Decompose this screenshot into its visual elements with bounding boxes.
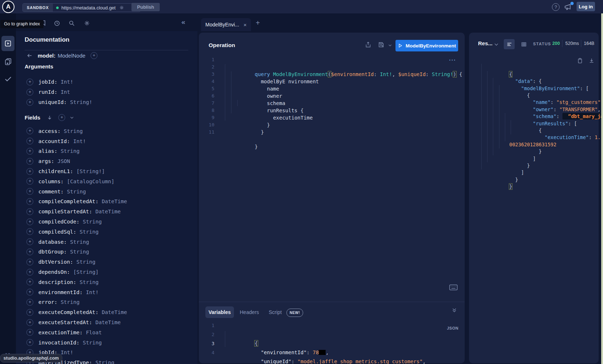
endpoint-settings-gear-icon[interactable] [119,5,125,11]
add-field-icon[interactable]: + [26,208,33,215]
add-field-icon[interactable]: + [26,269,33,276]
field-type-link[interactable]: [String!] [76,168,105,174]
tab-close-icon[interactable]: × [243,22,247,28]
left-rail [0,13,16,364]
add-field-icon[interactable]: + [26,158,33,165]
help-icon[interactable]: ? [552,3,560,11]
new-feature-badge: NEW! [286,309,303,317]
add-field-icon[interactable]: + [26,168,33,175]
more-options-icon[interactable]: ··· [449,57,456,63]
share-icon[interactable] [365,41,372,48]
field-type-link[interactable]: String [67,189,86,194]
add-field-icon[interactable]: + [26,178,33,185]
field-type-link[interactable]: String [95,360,114,364]
field-type-link[interactable]: String [83,219,102,225]
add-field-icon[interactable]: + [26,248,33,255]
save-chevron-down-icon[interactable] [388,43,392,47]
add-field-icon[interactable]: + [26,329,33,336]
argument-type-link[interactable]: Int! [60,79,73,85]
field-name: compileStartedAt: [38,209,92,214]
keyboard-shortcuts-icon[interactable] [449,284,458,290]
field-type-link[interactable]: String [83,340,102,346]
tab-script[interactable]: Script [269,309,282,315]
explorer-settings-gear-icon[interactable] [83,20,91,27]
field-type-link[interactable]: DateTime [102,198,127,204]
endpoint-url-box[interactable]: https://metadata.cloud.get [53,4,140,12]
back-arrow-icon[interactable] [26,53,33,59]
tab-headers[interactable]: Headers [240,309,259,315]
field-type-link[interactable]: String [76,259,95,265]
search-icon[interactable] [68,20,75,27]
add-field-icon[interactable]: + [26,299,33,306]
format-table-toggle[interactable] [518,39,529,49]
add-argument-icon[interactable]: + [26,89,33,96]
save-icon[interactable] [378,41,385,48]
add-field-icon[interactable]: + [26,289,33,296]
fields-chevron-down-icon[interactable] [70,115,74,120]
operation-tab[interactable]: ModelByEnvi... × [201,18,251,31]
add-field-icon[interactable]: + [91,52,97,59]
field-type-link[interactable]: DateTime [95,319,121,325]
login-button[interactable]: Log in [577,2,595,11]
field-type-link[interactable]: Int! [73,138,86,144]
code-line: runResults { [214,92,303,100]
add-all-fields-icon[interactable]: + [58,114,65,121]
field-name: compiledSql: [38,229,76,235]
field-type-link[interactable]: String [80,229,99,235]
apollo-logo[interactable]: A [2,1,14,13]
explorer-nav-button[interactable] [1,36,14,51]
collapse-variables-double-chevron-icon[interactable] [451,307,457,313]
add-field-icon[interactable]: + [26,127,33,134]
add-field-icon[interactable]: + [26,218,33,225]
run-operation-button[interactable]: ModelByEnvironment [395,40,458,51]
add-field-icon[interactable]: + [26,309,33,316]
field-type-link[interactable]: String [64,128,83,134]
field-name: compiledCode: [38,219,80,225]
response-viewer[interactable]: { "data": { "modelByEnvironment": [ [469,57,599,176]
add-argument-icon[interactable]: + [26,99,33,106]
add-field-icon[interactable]: + [26,148,33,155]
add-field-icon[interactable]: + [26,188,33,195]
endpoint-url[interactable]: https://metadata.cloud.get [62,5,119,11]
field-type-link[interactable]: [CatalogColumn] [67,179,114,184]
status-label: STATUS [533,42,551,46]
sort-arrow-down-icon[interactable] [47,115,53,121]
new-tab-icon[interactable]: + [256,19,260,27]
field-type-link[interactable]: Int! [60,350,73,355]
publish-button[interactable]: Publish [131,3,160,11]
field-type-link[interactable]: String [70,239,89,245]
field-type-link[interactable]: String [60,299,79,305]
history-icon[interactable] [53,20,60,27]
checklist-icon[interactable] [4,75,12,83]
operation-editor[interactable]: 1 query ModelByEnvironment($environmentI… [199,56,465,136]
field-type-link[interactable]: Int! [86,289,99,295]
add-field-icon[interactable]: + [26,198,33,205]
add-field-icon[interactable]: + [26,259,33,265]
field-type-link[interactable]: [String] [73,269,99,275]
add-field-icon[interactable]: + [26,238,33,245]
field-type-link[interactable]: String [80,279,99,285]
add-field-icon[interactable]: + [26,279,33,285]
format-pretty-toggle[interactable] [504,39,515,49]
field-name: dbtGroup: [38,249,67,255]
argument-type-link[interactable]: Int [60,89,70,95]
field-type-link[interactable]: DateTime [95,209,121,214]
field-type-link[interactable]: JSON [58,158,70,164]
add-field-icon[interactable]: + [26,228,33,235]
field-type-link[interactable]: String [60,148,79,154]
add-field-icon[interactable]: + [26,138,33,145]
argument-type-link[interactable]: String! [70,99,92,105]
tab-variables[interactable]: Variables [205,306,234,318]
field-type-link[interactable]: Float [86,330,102,335]
field-type-link[interactable]: DateTime [102,309,127,315]
field-type-link[interactable]: String [70,249,89,255]
response-chevron-down-icon[interactable] [494,42,499,47]
operation-collections-icon[interactable] [4,57,12,66]
variables-editor[interactable]: 1 { 2 "environmentId": 78, 3 [199,321,465,357]
add-field-icon[interactable]: + [26,319,33,326]
announcements-megaphone-icon[interactable] [564,3,573,11]
add-field-icon[interactable]: + [26,339,33,346]
breadcrumb-type-link[interactable]: ModelNode [58,53,85,59]
add-argument-icon[interactable]: + [26,79,33,85]
collapse-panel-icon[interactable]: « [181,18,185,26]
